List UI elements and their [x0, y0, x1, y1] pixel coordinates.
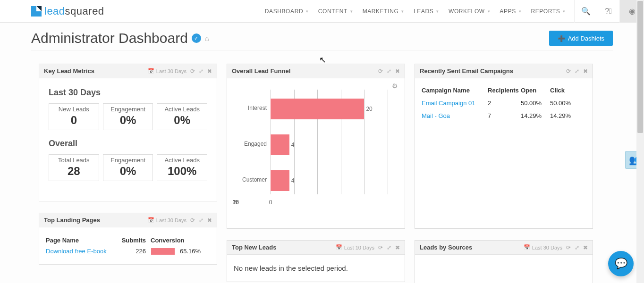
- refresh-icon[interactable]: ⟳: [378, 244, 383, 251]
- refresh-icon[interactable]: ⟳: [190, 217, 195, 224]
- calendar-icon: 📅: [148, 217, 154, 223]
- bar-engaged: [271, 134, 289, 155]
- metric-new-leads: New Leads0: [49, 103, 99, 130]
- close-icon[interactable]: ✖: [583, 68, 588, 75]
- funnel-chart: Interest Engaged Customer: [236, 90, 396, 208]
- refresh-icon[interactable]: ⟳: [190, 68, 195, 75]
- col-open: Open: [521, 87, 550, 94]
- col-conversion: Conversion: [146, 237, 208, 244]
- chevron-down-icon: ▾: [488, 9, 491, 14]
- chevron-down-icon: ▾: [436, 9, 439, 14]
- y-axis-label: Engaged: [236, 141, 267, 147]
- metric-active-leads-30d: Active Leads0%: [157, 103, 207, 130]
- section-label: Last 30 Days: [49, 88, 207, 98]
- bar-customer: [271, 170, 289, 191]
- bar-interest: [271, 99, 364, 119]
- table-row: Download free E-book 226 65.16%: [46, 246, 210, 257]
- nav-leads[interactable]: LEADS▾: [409, 0, 444, 23]
- verified-icon: ✓: [192, 33, 201, 43]
- dashlet-title: Key Lead Metrics: [44, 67, 94, 75]
- expand-icon[interactable]: ⤢: [387, 244, 391, 251]
- plus-icon: ➕: [558, 35, 565, 42]
- nav-dashboard[interactable]: DASHBOARD▾: [260, 0, 314, 23]
- metric-engagement-overall: Engagement0%: [103, 154, 153, 181]
- section-label: Overall: [49, 139, 207, 149]
- landing-page-link[interactable]: Download free E-book: [46, 248, 120, 255]
- chevron-down-icon: ▾: [306, 9, 309, 14]
- scroll-thumb[interactable]: [637, 1, 643, 133]
- metric-engagement-30d: Engagement0%: [103, 103, 153, 130]
- nav-content[interactable]: CONTENT▾: [314, 0, 358, 23]
- empty-message: No new leads in the selected period.: [227, 255, 405, 282]
- campaign-link[interactable]: Email Campaign 01: [422, 100, 488, 107]
- chevron-down-icon: ▾: [519, 9, 522, 14]
- page-header: Administrator Dashboard ✓ ⌂ ➕ Add Dashle…: [0, 23, 644, 50]
- metric-total-leads: Total Leads28: [49, 154, 99, 181]
- dashlet-leads-by-sources: Leads by Sources 📅Last 30 Days ⟳ ⤢ ✖: [415, 240, 593, 283]
- help-icon[interactable]: ?⃝: [597, 0, 619, 23]
- refresh-icon[interactable]: ⟳: [566, 244, 571, 251]
- col-click: Click: [550, 87, 579, 94]
- chevron-down-icon: ▾: [401, 9, 404, 14]
- nav-reports[interactable]: REPORTS▾: [526, 0, 570, 23]
- table-row: Email Campaign 01 2 50.00% 50.00%: [422, 97, 586, 109]
- dashlet-top-landing-pages: Top Landing Pages 📅Last 30 Days ⟳ ⤢ ✖ Pa…: [39, 213, 217, 265]
- search-icon[interactable]: 🔍: [574, 0, 597, 23]
- expand-icon[interactable]: ⤢: [575, 244, 579, 251]
- dashlet-title: Overall Lead Funnel: [232, 67, 290, 75]
- close-icon[interactable]: ✖: [207, 217, 212, 224]
- calendar-icon: 📅: [336, 244, 342, 250]
- refresh-icon[interactable]: ⟳: [378, 68, 383, 75]
- logo-text: leadsquared: [44, 5, 104, 17]
- date-range[interactable]: 📅Last 30 Days: [148, 68, 186, 74]
- close-icon[interactable]: ✖: [207, 68, 212, 75]
- dashlet-title: Top Landing Pages: [44, 216, 100, 224]
- add-dashlets-button[interactable]: ➕ Add Dashlets: [549, 31, 613, 46]
- close-icon[interactable]: ✖: [583, 244, 588, 251]
- logo-mark-icon: [31, 6, 42, 17]
- plot-area: 20 4 4: [271, 90, 388, 194]
- home-icon[interactable]: ⌂: [205, 34, 209, 42]
- dashlet-top-new-leads: Top New Leads 📅Last 10 Days ⟳ ⤢ ✖ No new…: [227, 240, 405, 282]
- topbar: leadsquared DASHBOARD▾ CONTENT▾ MARKETIN…: [0, 0, 644, 23]
- expand-icon[interactable]: ⤢: [199, 217, 203, 224]
- col-submits: Submits: [120, 237, 146, 244]
- dashlet-title: Recently Sent Email Campaigns: [420, 67, 513, 75]
- date-range[interactable]: 📅Last 30 Days: [148, 217, 186, 223]
- metric-active-leads-overall: Active Leads100%: [157, 154, 207, 181]
- dashlet-title: Leads by Sources: [420, 244, 472, 251]
- col-campaign: Campaign Name: [422, 87, 488, 94]
- date-range[interactable]: 📅Last 10 Days: [336, 244, 374, 250]
- y-axis-label: Customer: [236, 176, 267, 183]
- calendar-icon: 📅: [148, 68, 154, 74]
- close-icon[interactable]: ✖: [395, 244, 400, 251]
- table-row: Mail - Goa 7 14.29% 14.29%: [422, 109, 586, 122]
- dashlet-email-campaigns: Recently Sent Email Campaigns ⟳ ⤢ ✖ Camp…: [415, 64, 593, 229]
- dashlet-key-lead-metrics: Key Lead Metrics 📅Last 30 Days ⟳ ⤢ ✖ Las…: [39, 64, 217, 201]
- close-icon[interactable]: ✖: [395, 68, 400, 75]
- nav-workflow[interactable]: WORKFLOW▾: [444, 0, 495, 23]
- date-range[interactable]: 📅Last 30 Days: [524, 244, 562, 250]
- conversion-bar: [151, 248, 175, 255]
- refresh-icon[interactable]: ⟳: [566, 68, 571, 75]
- col-recipients: Recipients: [488, 87, 521, 94]
- main-nav: DASHBOARD▾ CONTENT▾ MARKETING▾ LEADS▾ WO…: [260, 0, 570, 23]
- topbar-right: 🔍 ?⃝ ◉: [574, 0, 644, 23]
- expand-icon[interactable]: ⤢: [199, 68, 203, 75]
- dashlets-grid: Key Lead Metrics 📅Last 30 Days ⟳ ⤢ ✖ Las…: [0, 50, 644, 283]
- gear-icon[interactable]: ⚙: [392, 82, 398, 90]
- y-axis-label: Interest: [236, 105, 267, 111]
- dashlet-overall-lead-funnel: Overall Lead Funnel ⟳ ⤢ ✖ ⚙ Interest Eng…: [227, 64, 405, 229]
- expand-icon[interactable]: ⤢: [575, 68, 579, 75]
- col-page-name: Page Name: [46, 237, 120, 244]
- dashlet-title: Top New Leads: [232, 244, 276, 251]
- nav-marketing[interactable]: MARKETING▾: [358, 0, 409, 23]
- nav-apps[interactable]: APPS▾: [495, 0, 526, 23]
- page-title: Administrator Dashboard: [31, 30, 188, 46]
- scrollbar[interactable]: [636, 0, 644, 283]
- campaign-link[interactable]: Mail - Goa: [422, 112, 488, 119]
- expand-icon[interactable]: ⤢: [387, 68, 391, 75]
- chevron-down-icon: ▾: [563, 9, 566, 14]
- chat-button[interactable]: 💬: [608, 251, 634, 276]
- logo[interactable]: leadsquared: [31, 5, 104, 17]
